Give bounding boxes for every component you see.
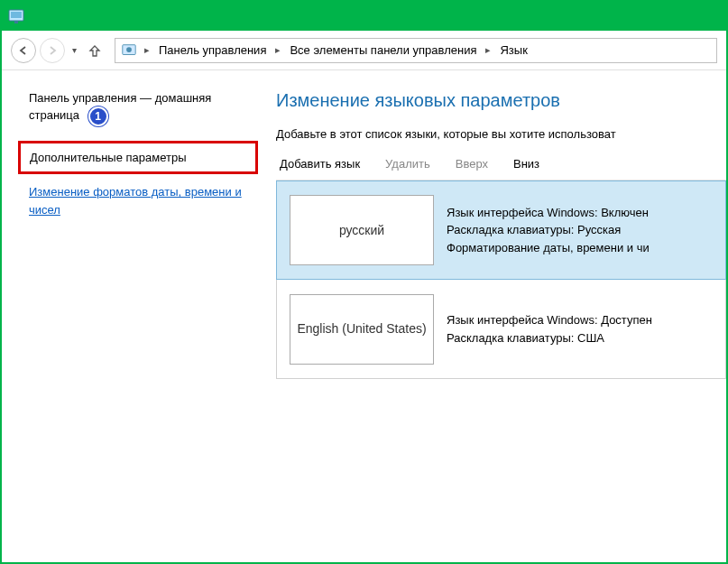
chevron-right-icon: ▸ — [482, 44, 494, 56]
page-description: Добавьте в этот список языки, которые вы… — [276, 127, 726, 141]
highlighted-link-box: Дополнительные параметры — [18, 141, 258, 174]
language-row[interactable]: English (United States) Язык интерфейса … — [276, 280, 726, 379]
breadcrumb-item[interactable]: Язык — [498, 43, 529, 57]
breadcrumb-item[interactable]: Панель управления — [157, 43, 268, 57]
forward-button[interactable] — [40, 38, 65, 63]
add-language-button[interactable]: Добавить язык — [280, 157, 360, 171]
main-panel: Изменение языковых параметров Добавьте в… — [263, 70, 726, 562]
info-line: Форматирование даты, времени и чи — [447, 239, 725, 257]
chevron-right-icon: ▸ — [141, 44, 153, 56]
chevron-right-icon: ▸ — [272, 44, 284, 56]
svg-rect-2 — [14, 21, 18, 23]
info-line: Раскладка клавиатуры: США — [447, 329, 725, 347]
remove-button[interactable]: Удалить — [385, 157, 430, 171]
recent-dropdown[interactable]: ▾ — [69, 45, 80, 55]
titlebar — [2, 2, 726, 31]
up-button[interactable] — [84, 40, 106, 61]
language-name-box: русский — [290, 195, 434, 265]
language-name-box: English (United States) — [290, 294, 434, 365]
info-line: Раскладка клавиатуры: Русская — [447, 221, 725, 239]
control-panel-icon — [7, 7, 25, 25]
address-bar[interactable]: ▸ Панель управления ▸ Все элементы панел… — [115, 38, 717, 63]
info-line: Язык интерфейса Windows: Включен — [447, 204, 725, 222]
annotation-badge-1: 1 — [88, 106, 108, 126]
control-panel-home-link[interactable]: Панель управления — домашняя страница — [29, 91, 211, 123]
breadcrumb-item[interactable]: Все элементы панели управления — [288, 43, 478, 57]
language-row[interactable]: русский Язык интерфейса Windows: Включен… — [276, 180, 726, 280]
toolbar: Добавить язык Удалить Вверх Вниз — [276, 157, 726, 180]
date-format-link[interactable]: Изменение форматов даты, времени и чисел — [29, 185, 242, 217]
language-info: Язык интерфейса Windows: Доступен Раскла… — [447, 311, 725, 347]
move-down-button[interactable]: Вниз — [513, 157, 539, 171]
move-up-button[interactable]: Вверх — [456, 157, 488, 171]
home-link-row: Панель управления — домашняя страница 1 — [29, 90, 247, 126]
additional-settings-link[interactable]: Дополнительные параметры — [30, 151, 187, 164]
svg-rect-1 — [11, 12, 22, 18]
sidebar: Панель управления — домашняя страница 1 … — [2, 70, 263, 562]
language-list: русский Язык интерфейса Windows: Включен… — [276, 180, 726, 379]
back-button[interactable] — [11, 38, 36, 63]
info-line: Язык интерфейса Windows: Доступен — [447, 311, 725, 329]
page-title: Изменение языковых параметров — [276, 90, 726, 111]
navbar: ▾ ▸ Панель управления ▸ Все элементы пан… — [2, 31, 726, 70]
svg-point-4 — [126, 47, 132, 52]
content-area: Панель управления — домашняя страница 1 … — [2, 70, 726, 562]
language-info: Язык интерфейса Windows: Включен Расклад… — [447, 204, 725, 257]
control-panel-addr-icon — [121, 42, 137, 59]
